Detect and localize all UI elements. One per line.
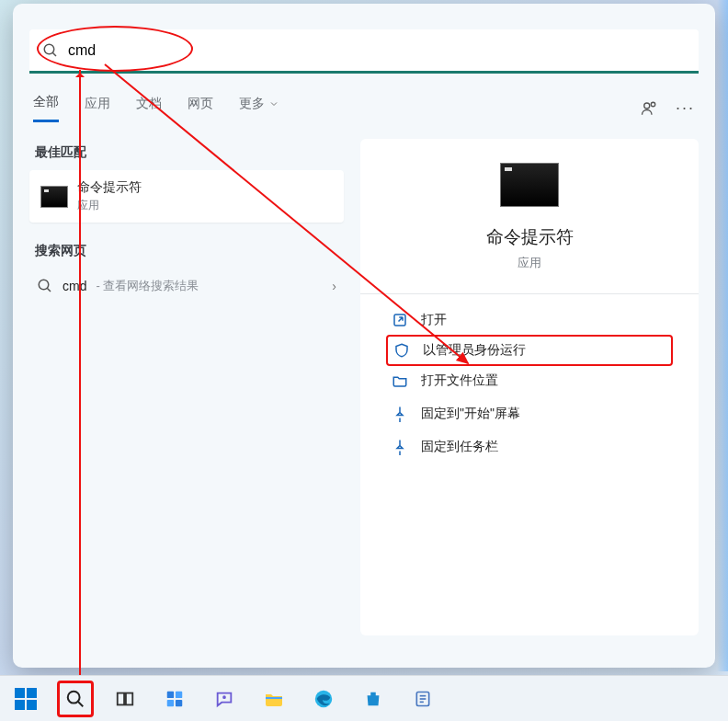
preview-title: 命令提示符 [388,225,671,249]
more-options-button[interactable]: ··· [676,98,695,118]
action-open-label: 打开 [421,312,447,328]
svg-point-2 [644,103,650,109]
svg-line-5 [47,288,51,292]
divider [360,293,699,294]
svg-point-0 [44,44,54,54]
start-button[interactable] [7,681,44,717]
action-open-file-location[interactable]: 打开文件位置 [388,364,671,397]
taskbar-search-button[interactable] [57,681,94,717]
search-tabs: 全部 应用 文档 网页 更多 ··· [33,94,695,122]
taskbar-app-generic[interactable] [404,681,441,717]
search-web-result[interactable]: cmd - 查看网络搜索结果 › [29,269,344,303]
svg-rect-17 [266,697,282,699]
chevron-right-icon: › [332,279,336,293]
best-match-item[interactable]: 命令提示符 应用 [29,170,344,223]
action-pin-to-taskbar[interactable]: 固定到任务栏 [388,430,671,464]
taskbar-task-view[interactable] [107,681,143,717]
preview-subtitle: 应用 [388,255,671,271]
taskbar-store[interactable] [355,681,392,717]
tab-all[interactable]: 全部 [33,94,59,122]
svg-point-3 [651,102,655,107]
search-icon [65,689,85,709]
svg-line-9 [78,701,84,706]
taskbar-edge[interactable] [305,681,342,717]
search-icon [37,278,53,294]
action-pin-start-label: 固定到"开始"屏幕 [421,406,520,422]
tab-more-label: 更多 [239,96,265,112]
cmd-app-icon-large [500,163,559,207]
web-result-suffix: - 查看网络搜索结果 [96,278,199,294]
action-open-location-label: 打开文件位置 [421,372,498,389]
store-icon [363,689,383,709]
taskbar [0,675,728,721]
tab-apps[interactable]: 应用 [85,96,110,121]
tab-more[interactable]: 更多 [239,96,279,121]
action-pin-taskbar-label: 固定到任务栏 [421,439,498,455]
svg-rect-11 [126,692,132,704]
widgets-icon [165,689,185,709]
open-icon [392,312,408,328]
chat-icon [214,689,234,709]
taskbar-chat[interactable] [206,681,243,717]
folder-icon [263,688,285,710]
folder-icon [392,372,408,389]
pin-icon [392,439,408,455]
search-input[interactable] [68,42,686,59]
action-pin-to-start[interactable]: 固定到"开始"屏幕 [388,397,671,430]
taskbar-widgets[interactable] [156,681,193,717]
action-run-as-admin[interactable]: 以管理员身份运行 [386,335,673,366]
search-web-heading: 搜索网页 [35,243,344,259]
svg-rect-12 [167,691,174,697]
svg-point-16 [223,696,225,698]
svg-point-8 [68,691,80,703]
best-match-title: 命令提示符 [77,179,142,196]
edge-icon [313,689,334,709]
action-open[interactable]: 打开 [388,303,671,337]
taskbar-file-explorer[interactable] [256,681,292,717]
tab-docs[interactable]: 文档 [136,96,162,121]
action-run-as-admin-label: 以管理员身份运行 [423,342,526,359]
search-box[interactable] [29,29,699,74]
app-icon [414,690,432,708]
svg-point-4 [39,280,49,290]
windows-search-panel: 全部 应用 文档 网页 更多 ··· 最佳匹配 命令提示符 应用 搜索网页 [13,4,715,668]
decorative-right-glow [717,0,728,671]
best-match-heading: 最佳匹配 [35,144,344,161]
svg-rect-10 [118,692,124,704]
svg-rect-15 [176,699,182,705]
results-preview-pane: 命令提示符 应用 打开 以管理员身份运行 打开文件位置 [360,139,699,635]
account-icon[interactable] [641,100,657,117]
tab-web[interactable]: 网页 [188,96,213,121]
task-view-icon [115,689,135,709]
search-icon [42,42,59,59]
web-result-query: cmd [63,279,86,293]
windows-logo-icon [15,688,37,710]
svg-rect-13 [176,691,182,697]
svg-line-1 [52,52,56,56]
best-match-subtitle: 应用 [77,198,142,213]
svg-rect-14 [167,699,174,705]
cmd-app-icon [40,186,68,208]
chevron-down-icon [268,98,279,109]
pin-icon [392,406,408,422]
results-left-column: 最佳匹配 命令提示符 应用 搜索网页 cmd - 查看网络搜索结果 › [29,139,344,635]
shield-icon [393,342,410,359]
